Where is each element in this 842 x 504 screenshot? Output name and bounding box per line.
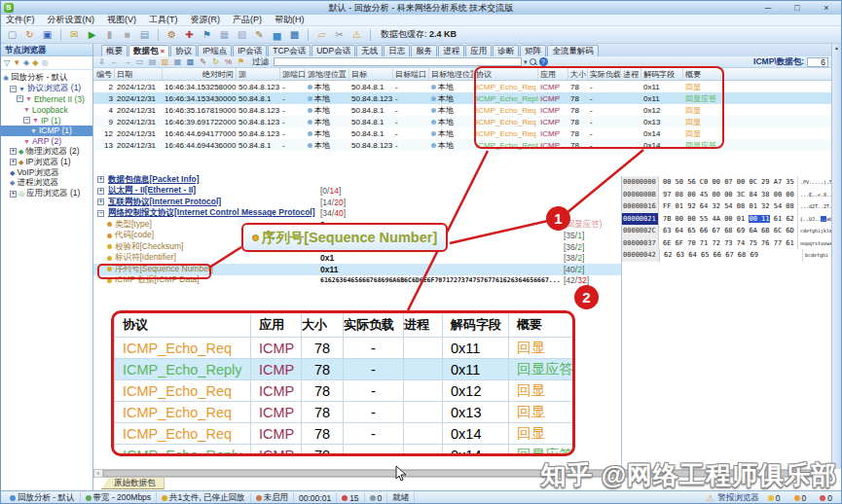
tab-日志[interactable]: 日志 xyxy=(384,45,410,56)
column-header-time[interactable]: 绝对时间 xyxy=(163,68,237,80)
minimize-button[interactable]: ─ xyxy=(753,3,783,13)
tree-item-10[interactable]: ◆进程浏览器 xyxy=(1,178,92,189)
column-header-process[interactable]: 进程 xyxy=(621,68,641,80)
layout-right-icon[interactable]: ▦ xyxy=(172,57,183,67)
tab-协议[interactable]: 协议 xyxy=(170,45,197,56)
hex-row[interactable]: 000000217B 00 00 55 4A 00 01 00 11 61 62… xyxy=(622,213,832,226)
hex-row[interactable]: 0000000B97 08 00 45 00 00 3C 84 38 00 00… xyxy=(622,189,832,201)
hex-row[interactable]: 0000004262 63 64 65 66 67 68 69bcdefghi xyxy=(622,249,832,262)
alarm-icon[interactable]: ⚠ xyxy=(349,27,364,42)
tab-全流量解码[interactable]: 全流量解码 xyxy=(547,45,599,56)
column-header-no[interactable]: 编号 xyxy=(93,68,115,80)
decode-row[interactable]: 标识符[Identifier]0x1[38/2] xyxy=(93,253,621,265)
filter-funnel-icon[interactable]: ▽ xyxy=(4,58,10,67)
decode-row[interactable]: 序列号[Sequence Number]0x11[40/2] xyxy=(93,264,621,275)
tab-IP会话[interactable]: IP会话 xyxy=(233,45,267,56)
tree-expander-icon[interactable]: + xyxy=(10,191,17,198)
tree-item-5[interactable]: ▼ICMP (1) xyxy=(1,126,92,136)
tree-item-1[interactable]: −▼协议浏览器 (1) xyxy=(1,84,92,94)
mark-icon[interactable]: ⚑ xyxy=(236,57,246,67)
hex-row[interactable]: 0000000000 50 56 C0 00 07 00 0C 29 A7 35… xyxy=(622,176,832,189)
search-icon[interactable] xyxy=(530,58,537,66)
scroll-left-arrow[interactable]: ‹ xyxy=(94,470,103,477)
layout-split-icon[interactable]: ▤ xyxy=(147,57,158,67)
refresh-icon[interactable]: ↻ xyxy=(210,57,221,67)
menu-item-2[interactable]: 视图(V) xyxy=(107,14,136,26)
tab-概要[interactable]: 概要 xyxy=(101,45,128,56)
tab-无线[interactable]: 无线 xyxy=(356,45,383,56)
tools-icon[interactable]: ✎ xyxy=(252,27,267,42)
decode-expander-icon[interactable]: + xyxy=(97,176,104,183)
tab-应用[interactable]: 应用 xyxy=(465,45,492,56)
hex-row[interactable]: 000000376E 6F 70 71 72 73 74 75 76 77 61… xyxy=(622,237,832,250)
layout-top-icon[interactable]: ▭ xyxy=(134,57,145,67)
folder-icon[interactable]: ▱ xyxy=(314,27,329,42)
packet-row[interactable]: 92024/12/3116:46:39.69172200050.84.8.123… xyxy=(93,116,833,127)
goto-icon[interactable]: ⇩ xyxy=(96,57,107,67)
packet-row[interactable]: 132024/12/3116:46:44.69443600050.84.8.1-… xyxy=(93,139,833,151)
filter-apply-icon[interactable]: ▼ xyxy=(13,58,20,67)
column-header-app[interactable]: 应用 xyxy=(538,68,568,80)
filter-input[interactable] xyxy=(274,57,522,66)
column-header-dst[interactable]: 目标 xyxy=(349,68,393,80)
hex-row[interactable]: 00000016FF 01 92 64 32 54 08 01 32 54 08… xyxy=(622,200,832,213)
column-header-payload[interactable]: 实际负载 xyxy=(588,68,621,80)
column-header-protocol[interactable]: 协议 xyxy=(474,68,538,80)
tab-矩阵[interactable]: 矩阵 xyxy=(520,45,546,56)
tab-服务[interactable]: 服务 xyxy=(411,45,437,56)
prev-packet-icon[interactable]: ← xyxy=(109,57,120,67)
tree-expander-icon[interactable]: + xyxy=(10,148,17,155)
tab-数据包[interactable]: 数据包× xyxy=(128,45,169,56)
options-icon[interactable]: ⚙ xyxy=(165,27,179,42)
tab-UDP会话[interactable]: UDP会话 xyxy=(311,45,355,56)
tree-item-11[interactable]: +◎应用浏览器 (1) xyxy=(1,189,92,199)
column-header-size[interactable]: 大小 xyxy=(568,68,588,80)
filter-icon[interactable]: ⚑ xyxy=(200,27,214,42)
matrix-icon[interactable]: ▩ xyxy=(287,27,302,42)
horizontal-scrollbar[interactable]: ‹ › xyxy=(93,469,833,478)
decode-expander-icon[interactable]: − xyxy=(97,210,104,217)
menu-item-5[interactable]: 产品(P) xyxy=(233,14,262,26)
column-header-src[interactable]: 源 xyxy=(237,68,280,80)
decode-expander-icon[interactable]: + xyxy=(97,188,104,195)
tree-item-8[interactable]: +◆IP浏览器 (1) xyxy=(1,157,92,167)
new-file-icon[interactable]: ▢ xyxy=(5,27,19,42)
tree-item-9[interactable]: ◆VoIP浏览器 xyxy=(1,167,92,178)
tree-expander-icon[interactable]: − xyxy=(17,95,23,102)
make-filter-icon[interactable]: ◆ xyxy=(32,58,38,67)
start-replay-icon[interactable]: ▶ xyxy=(85,27,99,42)
decode-icon[interactable]: ▩ xyxy=(185,57,196,67)
replay-settings-icon[interactable]: ▤ xyxy=(137,27,152,42)
column-header-dport[interactable]: 目标端口 xyxy=(393,68,429,80)
hex-dump-panel[interactable]: 0000000000 50 56 C0 00 07 00 0C 29 A7 35… xyxy=(621,176,832,469)
column-header-sgeo[interactable]: 源地理位置 xyxy=(306,68,349,80)
tab-TCP会话[interactable]: TCP会话 xyxy=(268,45,311,56)
tab-诊断[interactable]: 诊断 xyxy=(493,45,519,56)
locate-icon[interactable]: ◈ xyxy=(23,58,29,67)
graph-icon[interactable]: ▅ xyxy=(270,27,284,42)
alert-browser-label[interactable]: 警报浏览器 xyxy=(717,492,759,504)
tab-raw-packets[interactable]: 原始数据包 xyxy=(101,478,165,489)
column-header-field[interactable]: 解码字段 xyxy=(641,68,683,80)
menu-item-0[interactable]: 文件(F) xyxy=(6,14,35,26)
tab-进程[interactable]: 进程 xyxy=(438,45,464,56)
menu-item-1[interactable]: 分析设置(N) xyxy=(48,14,95,26)
pause-replay-icon[interactable]: ▮ xyxy=(102,27,117,42)
menu-item-4[interactable]: 资源(R) xyxy=(191,14,221,26)
column-header-sport[interactable]: 源端口 xyxy=(280,68,306,80)
export-icon[interactable]: ✉ xyxy=(67,27,82,42)
log-view-icon[interactable]: ▧ xyxy=(235,27,249,42)
tree-expander-icon[interactable]: + xyxy=(10,159,17,165)
percent-icon[interactable]: % xyxy=(223,57,234,67)
tree-item-3[interactable]: ▼Loopback xyxy=(1,104,92,115)
tab-IP端点[interactable]: IP端点 xyxy=(198,45,232,56)
decode-row[interactable]: −网络控制报文协议[Internet Control Message Proto… xyxy=(93,208,621,220)
filter-dropdown-icon[interactable]: ▾ xyxy=(524,58,528,66)
packet-row[interactable]: 122024/12/3116:46:44.69417700050.84.8.12… xyxy=(93,127,833,139)
tree-item-0[interactable]: ◉回放分析 - 默认 xyxy=(1,73,92,84)
decode-row[interactable]: +数据包信息[Packet Info] xyxy=(93,174,621,186)
adapter-icon[interactable]: ✚ xyxy=(182,27,197,42)
packet-row[interactable]: 32024/12/3116:46:34.15343000050.84.8.1-本… xyxy=(93,92,833,104)
hex-row[interactable]: 0000002C63 64 65 66 67 68 69 6A 6B 6C 6D… xyxy=(622,225,832,237)
tree-item-6[interactable]: ▼ARP (2) xyxy=(1,136,92,147)
